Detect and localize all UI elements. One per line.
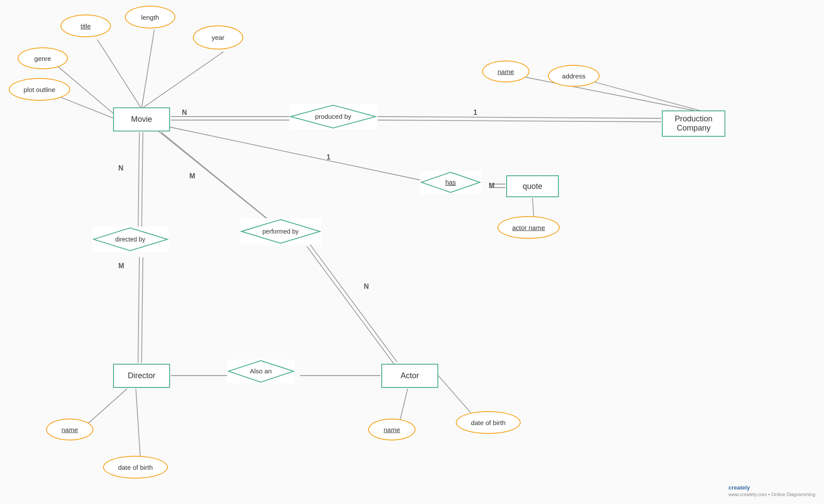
- attribute-actor-name: name: [368, 419, 416, 440]
- cardinality-n-movie-directed: N: [118, 164, 124, 172]
- relation-directed-by: directed by: [92, 227, 169, 252]
- creately-tagline: www.creately.com • Online Diagramming: [728, 492, 815, 497]
- cardinality-n-actor: N: [364, 283, 369, 291]
- relation-produced-by: produced by: [289, 104, 377, 129]
- attribute-prod-name-label: name: [497, 68, 514, 75]
- er-diagram: Movie ProductionCompany Director Actor q…: [0, 0, 824, 504]
- relation-also-an: Also an: [227, 359, 295, 383]
- cardinality-m-quote: M: [489, 182, 494, 190]
- attribute-director-dob: date of birth: [103, 456, 168, 479]
- attribute-director-dob-label: date of birth: [118, 464, 153, 471]
- svg-line-2: [142, 52, 224, 109]
- svg-line-11: [138, 132, 139, 231]
- attribute-genre-label: genre: [34, 55, 51, 62]
- creately-brand-name: creately: [728, 484, 750, 491]
- attribute-director-name: name: [46, 419, 93, 440]
- svg-line-1: [142, 30, 154, 109]
- attribute-prod-address-label: address: [562, 72, 585, 80]
- svg-text:produced by: produced by: [315, 113, 352, 120]
- relation-has: has: [420, 171, 481, 194]
- attribute-actor-name-label: name: [384, 426, 400, 433]
- svg-text:directed by: directed by: [115, 236, 145, 243]
- creately-branding: creately www.creately.com • Online Diagr…: [728, 484, 815, 497]
- attribute-actor-dob-label: date of birth: [471, 419, 505, 426]
- attribute-plot-outline: plot outline: [9, 78, 70, 101]
- svg-text:has: has: [445, 178, 456, 186]
- attribute-genre: genre: [18, 47, 68, 69]
- attribute-plot-outline-label: plot outline: [24, 86, 56, 93]
- attribute-year: year: [193, 25, 243, 50]
- cardinality-1-has: 1: [327, 153, 330, 161]
- svg-text:performed by: performed by: [263, 228, 298, 235]
- attribute-year-label: year: [212, 34, 224, 41]
- attribute-actor-dob: date of birth: [456, 411, 521, 434]
- relation-performed-by: performed by: [240, 218, 321, 245]
- cardinality-m-director: M: [118, 262, 124, 270]
- svg-line-12: [142, 132, 143, 231]
- attribute-title: title: [60, 14, 111, 37]
- entity-movie-label: Movie: [131, 115, 152, 124]
- attribute-length-label: length: [141, 14, 159, 21]
- svg-line-0: [97, 39, 142, 109]
- attribute-length: length: [125, 6, 175, 28]
- attribute-director-name-label: name: [61, 426, 78, 433]
- attribute-prod-address: address: [548, 65, 600, 87]
- entity-movie: Movie: [113, 107, 170, 131]
- cardinality-n-movie-produced: N: [182, 109, 187, 117]
- attribute-prod-name: name: [482, 60, 529, 82]
- attribute-title-label: title: [81, 22, 91, 30]
- attribute-actor-name-quote: actor name: [497, 216, 560, 239]
- cardinality-1-production: 1: [473, 109, 477, 117]
- svg-text:Also an: Also an: [250, 367, 272, 375]
- cardinality-m-movie-performed: M: [189, 172, 195, 180]
- attribute-actor-name-quote-label: actor name: [512, 224, 545, 231]
- svg-line-16: [161, 132, 274, 224]
